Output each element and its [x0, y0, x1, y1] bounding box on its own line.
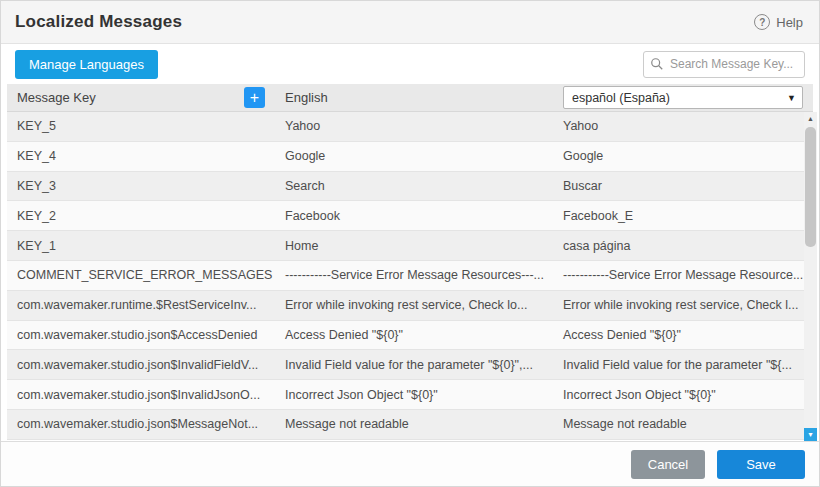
- cell-english[interactable]: Error while invoking rest service, Check…: [275, 298, 553, 312]
- footer-action-bar: Cancel Save: [1, 441, 819, 486]
- cell-message-key[interactable]: KEY_5: [7, 119, 275, 133]
- add-message-key-button[interactable]: +: [244, 87, 265, 108]
- cell-message-key[interactable]: KEY_2: [7, 209, 275, 223]
- table-row[interactable]: KEY_1 Home casa página: [7, 231, 813, 261]
- page-title: Localized Messages: [15, 12, 182, 32]
- cell-translation[interactable]: Buscar: [553, 179, 813, 193]
- cell-english[interactable]: Google: [275, 149, 553, 163]
- cell-translation[interactable]: Yahoo: [553, 119, 813, 133]
- search-input[interactable]: [643, 51, 805, 78]
- messages-table: Message Key + English español (España) ▼…: [1, 84, 819, 441]
- cell-english[interactable]: Invalid Field value for the parameter "$…: [275, 358, 553, 372]
- scroll-down-icon[interactable]: ▼: [804, 428, 817, 441]
- toolbar: Manage Languages: [1, 44, 819, 84]
- cell-translation[interactable]: casa página: [553, 239, 813, 253]
- cell-message-key[interactable]: KEY_3: [7, 179, 275, 193]
- scrollbar-thumb[interactable]: [805, 127, 816, 247]
- cell-translation[interactable]: Incorrect Json Object "${0}": [553, 388, 813, 402]
- cell-english[interactable]: Facebook: [275, 209, 553, 223]
- cell-translation[interactable]: Invalid Field value for the parameter "$…: [553, 358, 813, 372]
- help-link[interactable]: ? Help: [754, 14, 803, 30]
- search-box: [643, 51, 805, 78]
- manage-languages-button[interactable]: Manage Languages: [15, 50, 158, 79]
- table-row[interactable]: KEY_5 Yahoo Yahoo: [7, 112, 813, 142]
- table-row[interactable]: com.wavemaker.studio.json$MessageNot... …: [7, 410, 813, 440]
- language-select[interactable]: español (España) ▼: [563, 86, 803, 109]
- cell-translation[interactable]: Message not readable: [553, 417, 813, 431]
- table-row[interactable]: COMMENT_SERVICE_ERROR_MESSAGES ---------…: [7, 261, 813, 291]
- cell-message-key[interactable]: com.wavemaker.studio.json$MessageNot...: [7, 417, 275, 431]
- cell-message-key[interactable]: com.wavemaker.studio.json$AccessDenied: [7, 328, 275, 342]
- table-body: KEY_5 Yahoo Yahoo KEY_4 Google Google KE…: [7, 112, 813, 441]
- table-row[interactable]: com.wavemaker.runtime.$RestServiceInv...…: [7, 291, 813, 321]
- column-header-english: English: [275, 90, 553, 105]
- cell-message-key[interactable]: COMMENT_SERVICE_ERROR_MESSAGES: [7, 268, 275, 282]
- help-icon: ?: [754, 14, 770, 30]
- cell-english[interactable]: Yahoo: [275, 119, 553, 133]
- cancel-button[interactable]: Cancel: [631, 450, 705, 479]
- english-header-label: English: [285, 90, 328, 105]
- language-select-value: español (España): [572, 91, 670, 105]
- cell-message-key[interactable]: com.wavemaker.studio.json$InvalidFieldV.…: [7, 358, 275, 372]
- cell-translation[interactable]: Facebook_E: [553, 209, 813, 223]
- cell-translation[interactable]: Error while invoking rest service, Check…: [553, 298, 813, 312]
- help-label: Help: [776, 15, 803, 30]
- cell-translation[interactable]: -----------Service Error Message Resourc…: [553, 268, 813, 282]
- table-header-row: Message Key + English español (España) ▼: [7, 84, 813, 112]
- cell-english[interactable]: Access Denied "${0}": [275, 328, 553, 342]
- scroll-up-icon[interactable]: ▲: [804, 112, 817, 126]
- message-key-header-label: Message Key: [17, 90, 96, 105]
- cell-english[interactable]: Search: [275, 179, 553, 193]
- save-button[interactable]: Save: [717, 450, 805, 479]
- cell-message-key[interactable]: KEY_4: [7, 149, 275, 163]
- table-row[interactable]: com.wavemaker.studio.json$AccessDenied A…: [7, 321, 813, 351]
- table-row[interactable]: KEY_4 Google Google: [7, 142, 813, 172]
- cell-message-key[interactable]: com.wavemaker.studio.json$InvalidJsonO..…: [7, 388, 275, 402]
- cell-english[interactable]: Incorrect Json Object "${0}": [275, 388, 553, 402]
- cell-english[interactable]: Message not readable: [275, 417, 553, 431]
- table-row[interactable]: KEY_2 Facebook Facebook_E: [7, 201, 813, 231]
- table-row[interactable]: KEY_3 Search Buscar: [7, 172, 813, 202]
- table-row[interactable]: com.wavemaker.studio.json$InvalidFieldV.…: [7, 350, 813, 380]
- localized-messages-dialog: Localized Messages ? Help Manage Languag…: [0, 0, 820, 487]
- table-row[interactable]: com.wavemaker.studio.json$InvalidJsonO..…: [7, 380, 813, 410]
- cell-message-key[interactable]: com.wavemaker.runtime.$RestServiceInv...: [7, 298, 275, 312]
- cell-english[interactable]: Home: [275, 239, 553, 253]
- cell-translation[interactable]: Google: [553, 149, 813, 163]
- vertical-scrollbar[interactable]: ▲ ▼: [804, 112, 817, 441]
- cell-translation[interactable]: Access Denied "${0}": [553, 328, 813, 342]
- column-header-message-key: Message Key +: [7, 87, 275, 108]
- chevron-down-icon: ▼: [787, 93, 796, 103]
- title-bar: Localized Messages ? Help: [1, 1, 819, 44]
- cell-english[interactable]: -----------Service Error Message Resourc…: [275, 268, 553, 282]
- column-header-language: español (España) ▼: [553, 86, 813, 109]
- search-icon: [650, 57, 664, 71]
- cell-message-key[interactable]: KEY_1: [7, 239, 275, 253]
